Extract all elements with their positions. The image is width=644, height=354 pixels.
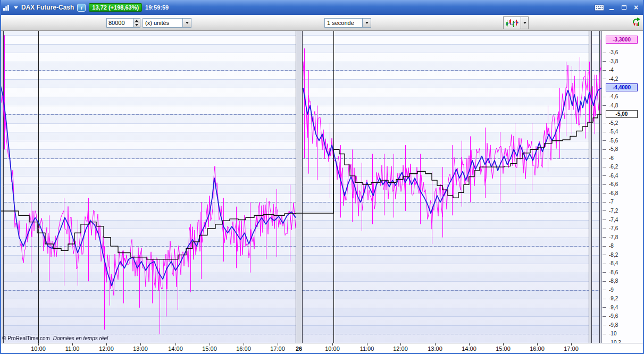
y-axis-tick-label: -5,4 [609, 129, 618, 134]
realtime-note: Données en temps réel [53, 335, 108, 341]
info-button[interactable]: i [77, 4, 86, 12]
y-axis-tickmark [603, 175, 606, 176]
units-dropdown-value: (x) unités [143, 20, 182, 26]
y-axis-tickmark [603, 237, 606, 238]
y-axis-tick-label: -4,8 [609, 103, 618, 108]
y-axis-tick-label: -4,6 [609, 94, 618, 99]
y-axis-tickmark [603, 158, 606, 158]
maximize-icon [622, 5, 626, 10]
down-arrow-icon [365, 22, 369, 24]
time-label: 16:00 [530, 345, 545, 352]
time-label: 17:00 [564, 345, 579, 352]
realtime-status-icon[interactable] [632, 17, 641, 28]
y-axis-tickmark [603, 167, 606, 167]
y-axis-tickmark [603, 61, 606, 62]
y-axis-tickmark [603, 246, 606, 247]
app-window: DAX Future-Cash i 13,72 (+198,63%) 19:59… [0, 0, 644, 354]
y-axis-tick-label: -6 [609, 155, 614, 161]
y-axis-tickmark [603, 334, 606, 334]
time-label: 12:00 [393, 345, 408, 352]
y-axis-tickmark [603, 264, 606, 264]
minimize-button[interactable] [607, 3, 616, 12]
copyright-text: © ProRealTime.com [2, 335, 50, 341]
down-arrow-icon [186, 22, 189, 24]
chart-type-control [503, 16, 529, 29]
y-axis-tick-label: -10 [609, 331, 616, 336]
y-axis-tick-label: -9,2 [609, 296, 618, 301]
window-title: DAX Future-Cash [21, 4, 74, 11]
y-axis-tickmark [603, 202, 606, 203]
timeframe-dropdown-arrow[interactable] [362, 19, 371, 27]
y-axis-tickmark [603, 184, 606, 185]
y-axis-tick-label: -6,6 [609, 181, 618, 187]
y-axis-tickmark [603, 316, 606, 317]
time-axis[interactable]: 10:0011:0012:0013:0014:0015:0016:0017:00… [0, 343, 644, 354]
y-axis-tickmark [603, 229, 606, 229]
price-chart-canvas[interactable] [0, 31, 601, 343]
y-axis-tick-label: -8 [609, 243, 614, 249]
chart-content: © ProRealTime.comDonnées en temps réel -… [0, 31, 644, 343]
day-separator-label: 26 [296, 345, 302, 352]
units-dropdown-arrow[interactable] [182, 19, 191, 27]
quantity-spinners [133, 19, 140, 27]
window-menu-caret-icon[interactable] [14, 6, 18, 9]
y-axis-tick-label: -7,4 [609, 217, 618, 223]
y-axis-tick-label: -9,4 [609, 305, 618, 310]
y-axis-tick-label: -4,2 [609, 76, 618, 82]
y-axis-tickmark [603, 299, 606, 299]
quantity-input[interactable] [107, 19, 133, 27]
time-label: 10:00 [31, 345, 46, 352]
price-axis[interactable]: -3,3000 -4,4000 -5,00 -3,6-3,8-4-4,2-4,6… [601, 31, 644, 343]
quantity-control [106, 18, 140, 28]
y-axis-tick-label: -4 [609, 67, 614, 73]
chart-type-button[interactable] [503, 16, 521, 29]
y-axis-tickmark [603, 272, 606, 273]
y-axis-tick-label: -7 [609, 199, 614, 205]
y-axis-tickmark [603, 149, 606, 150]
y-axis-tick-label: -5,2 [609, 120, 618, 126]
window-controls: × [595, 3, 641, 12]
time-label: 11:00 [360, 345, 374, 352]
chart-type-icon [505, 19, 519, 28]
y-axis-tickmark [603, 290, 606, 290]
last-price-label-magenta: -3,3000 [606, 36, 638, 44]
keyboard-icon[interactable] [595, 3, 604, 12]
time-label: 16:00 [236, 345, 251, 352]
y-axis-tick-label: -8,2 [609, 252, 618, 258]
y-axis-tickmark [603, 53, 606, 53]
time-label: 15:00 [496, 345, 511, 352]
close-button[interactable]: × [631, 3, 641, 12]
timeframe-dropdown-value: 1 seconde [325, 20, 362, 26]
y-axis-tick-label: -7,6 [609, 225, 618, 231]
units-dropdown[interactable]: (x) unités [143, 18, 191, 28]
y-axis-tickmark [603, 255, 606, 255]
y-axis-tick-label: -8,4 [609, 260, 618, 266]
close-icon: × [634, 4, 638, 11]
timeframe-dropdown[interactable]: 1 seconde [324, 18, 371, 28]
chart-window-icon [3, 4, 11, 11]
y-axis-tick-label: -8,6 [609, 269, 618, 275]
y-axis-tick-label: -6,2 [609, 164, 618, 170]
y-axis-tick-label: -6,8 [609, 190, 618, 196]
y-axis-tickmark [603, 140, 606, 141]
down-arrow-icon [135, 24, 138, 26]
y-axis-tick-label: -8,8 [609, 278, 618, 284]
y-axis-tick-label: -5,8 [609, 146, 618, 152]
maximize-button[interactable] [619, 3, 629, 12]
quantity-increment-button[interactable] [133, 19, 140, 23]
y-axis-tickmark [603, 220, 606, 220]
y-axis-tick-label: -9,6 [609, 313, 618, 319]
time-label: 12:00 [99, 345, 114, 352]
y-axis-tick-label: -9 [609, 287, 614, 293]
chart-plot-area[interactable]: © ProRealTime.comDonnées en temps réel [0, 31, 601, 343]
time-label: 13:00 [133, 345, 148, 352]
y-axis-tick-label: -3,6 [609, 49, 618, 55]
time-label: 13:00 [428, 345, 442, 352]
y-axis-tickmark [603, 79, 606, 79]
chart-type-dropdown-arrow[interactable] [521, 16, 529, 29]
y-axis-tick-label: -9,8 [609, 322, 618, 328]
time-label: 11:00 [65, 345, 80, 352]
y-axis-tickmark [603, 123, 606, 123]
quantity-decrement-button[interactable] [133, 23, 140, 28]
y-axis-tick-label: -6,4 [609, 173, 618, 179]
